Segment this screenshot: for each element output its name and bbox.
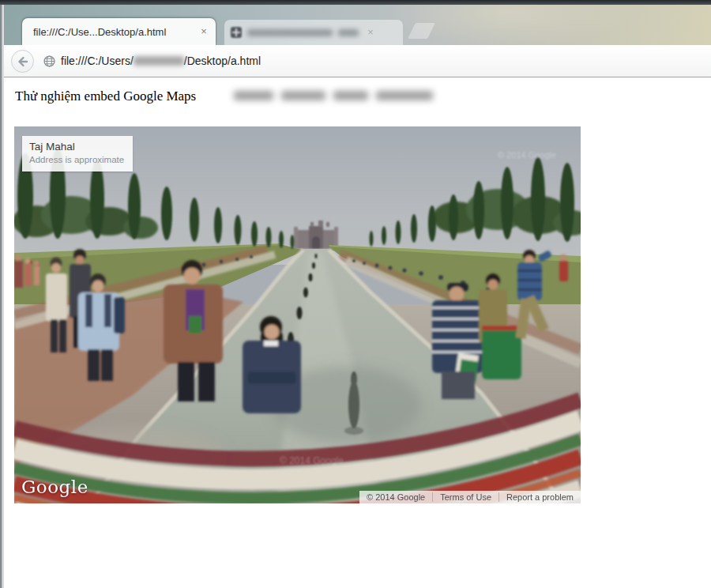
page-content: Thử nghiệm embed Google Maps (4, 77, 711, 588)
new-tab-button[interactable] (408, 23, 435, 39)
report-a-problem-link[interactable]: Report a problem (499, 491, 581, 503)
sky-watermark: © 2014 Google (498, 150, 556, 160)
url-text: file:///C:/Users//Desktop/a.html (61, 55, 261, 67)
tab-inactive-blurred[interactable]: × (224, 20, 403, 45)
location-title: Taj Mahal (29, 140, 124, 154)
back-button[interactable] (11, 50, 34, 73)
terms-of-use-link[interactable]: Terms of Use (433, 491, 498, 503)
tab-close-icon[interactable]: × (364, 26, 377, 39)
address-bar[interactable]: file:///C:/Users//Desktop/a.html (43, 45, 699, 77)
blurred-tab-title-2 (338, 29, 359, 36)
image-watermark: © 2014 Google (280, 455, 344, 466)
tab-title: file:///C:/Use...Desktop/a.html (33, 26, 198, 38)
attribution-bar: © 2014 Google Terms of Use Report a prob… (359, 491, 581, 503)
tab-close-icon[interactable]: × (198, 25, 210, 38)
globe-icon (43, 55, 55, 67)
tab-strip: file:///C:/Use...Desktop/a.html × × (4, 5, 711, 45)
streetview-panorama[interactable] (14, 126, 581, 503)
navigation-toolbar: file:///C:/Users//Desktop/a.html (4, 45, 711, 77)
location-subtitle: Address is approximate (29, 154, 124, 166)
page-title: Thử nghiệm embed Google Maps (15, 89, 196, 104)
streetview-info-box: Taj Mahal Address is approximate (22, 136, 133, 172)
browser-window: file:///C:/Use...Desktop/a.html × × file… (0, 0, 711, 588)
copyright-text: © 2014 Google (359, 491, 432, 503)
blurred-tab-title (247, 29, 333, 36)
back-arrow-icon (17, 56, 28, 67)
streetview-embed[interactable]: Taj Mahal Address is approximate © 2014 … (14, 126, 581, 503)
extension-favicon (231, 27, 242, 38)
google-logo[interactable]: Google (21, 477, 88, 497)
tab-active[interactable]: file:///C:/Use...Desktop/a.html × (22, 18, 216, 45)
blurred-username (134, 56, 184, 66)
blurred-author-watermark (234, 91, 433, 100)
